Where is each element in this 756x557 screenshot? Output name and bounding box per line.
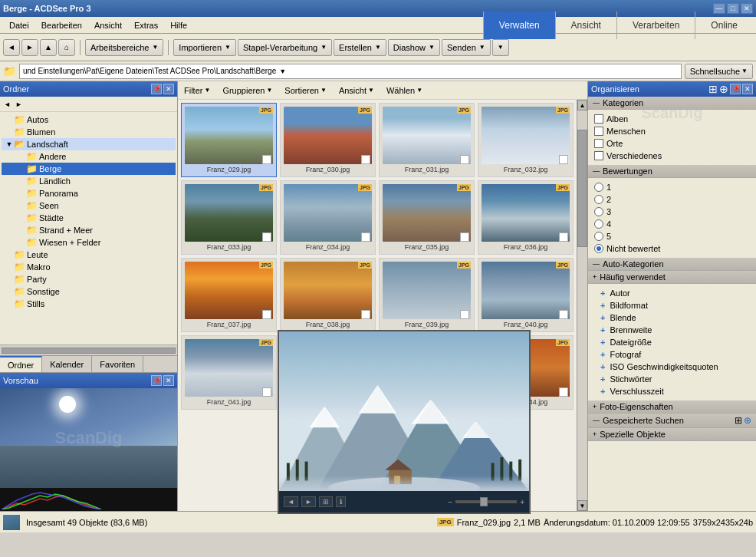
- org-item-orte[interactable]: Orte: [594, 137, 750, 150]
- thumb-franz-036[interactable]: JPG Franz_036.jpg: [478, 180, 574, 255]
- org-pin-btn[interactable]: 📌: [730, 84, 741, 94]
- stapel-dropdown[interactable]: Stapel-Verarbeitung ▼: [238, 39, 332, 56]
- tree-item-panorama[interactable]: 📁 Panorama: [2, 187, 176, 199]
- bewertungen-section-header[interactable]: — Bewertungen: [588, 165, 756, 178]
- preview-pin-btn[interactable]: 📌: [151, 375, 162, 386]
- tree-item-stadte[interactable]: 📁 Städte: [2, 212, 176, 224]
- org-icons-btn[interactable]: ⊞: [708, 83, 718, 95]
- radio-4[interactable]: [594, 219, 603, 229]
- gespeichert-section-header[interactable]: — Gespeicherte Suchen ⊞ ⊕: [588, 414, 756, 428]
- scroll-left-btn[interactable]: ◄: [2, 101, 13, 108]
- haufig-brennweite[interactable]: + Brennweite: [600, 324, 750, 336]
- gespeichert-icon-btn[interactable]: ⊞: [735, 415, 742, 426]
- bewertung-3[interactable]: 3: [594, 206, 750, 218]
- haufig-iso[interactable]: + ISO Geschwindigkeitsquoten: [600, 361, 750, 373]
- tab-verwalten[interactable]: Verwalten: [483, 12, 555, 39]
- tab-favoriten[interactable]: Favoriten: [92, 356, 143, 372]
- checkbox[interactable]: [361, 232, 370, 242]
- scroll-up-btn[interactable]: ▲: [577, 100, 587, 110]
- path-box[interactable]: und Einstellungen\Pat\Eigene Dateien\Tes…: [19, 64, 682, 79]
- org-item-alben[interactable]: Alben: [594, 113, 750, 125]
- tree-item-autos[interactable]: 📁 Autos: [2, 114, 176, 126]
- forward-button[interactable]: ►: [21, 39, 38, 56]
- preview-close-btn[interactable]: ✕: [163, 375, 174, 386]
- haufig-dateigrosse[interactable]: + Dateigröße: [600, 336, 750, 348]
- path-dropdown-icon[interactable]: ▼: [279, 68, 286, 75]
- checkbox[interactable]: [559, 155, 568, 164]
- haufig-blende[interactable]: + Blende: [600, 311, 750, 324]
- checkbox[interactable]: [559, 310, 568, 319]
- checkbox[interactable]: [361, 155, 370, 164]
- diashow-dropdown[interactable]: Diashow ▼: [388, 39, 440, 56]
- bewertung-1[interactable]: 1: [594, 181, 750, 193]
- checkbox[interactable]: [262, 155, 271, 164]
- scroll-right-btn[interactable]: ►: [13, 101, 25, 108]
- tree-item-stills[interactable]: 📁 Stills: [2, 298, 176, 310]
- menu-bearbeiten[interactable]: Bearbeiten: [35, 19, 88, 31]
- foto-section-header[interactable]: + Foto-Eigenschaften: [588, 400, 756, 414]
- tree-item-leute[interactable]: 📁 Leute: [2, 249, 176, 261]
- home-button[interactable]: ⌂: [58, 39, 75, 56]
- gruppieren-btn[interactable]: Gruppieren ▼: [219, 85, 275, 96]
- checkbox-menschen[interactable]: [594, 127, 603, 136]
- menu-ansicht[interactable]: Ansicht: [88, 19, 128, 31]
- tree-item-landlich[interactable]: 📁 Ländlich: [2, 175, 176, 187]
- zoom-thumb[interactable]: [480, 497, 488, 506]
- bewertung-5[interactable]: 5: [594, 230, 750, 242]
- checkbox[interactable]: [559, 232, 568, 242]
- checkbox[interactable]: [460, 155, 469, 164]
- tree-item-andere[interactable]: 📁 Andere: [2, 150, 176, 163]
- speziell-section-header[interactable]: + Spezielle Objekte: [588, 428, 756, 441]
- thumb-franz-040[interactable]: JPG Franz_040.jpg: [478, 258, 574, 332]
- radio-3[interactable]: [594, 207, 603, 216]
- tab-ordner[interactable]: Ordner: [0, 356, 42, 372]
- tree-item-blumen[interactable]: 📁 Blumen: [2, 126, 176, 138]
- overlay-icons-btn[interactable]: ⊞: [319, 496, 333, 507]
- thumb-franz-033[interactable]: JPG Franz_033.jpg: [181, 180, 277, 255]
- thumb-franz-030[interactable]: JPG Franz_030.jpg: [280, 103, 376, 177]
- tab-verarbeiten[interactable]: Verarbeiten: [616, 12, 695, 39]
- radio-5[interactable]: [594, 232, 603, 241]
- grid-scrollbar[interactable]: ▲ ▼: [577, 100, 587, 511]
- haufig-verschluss[interactable]: + Verschlusszeit: [600, 385, 750, 397]
- checkbox[interactable]: [262, 387, 271, 397]
- menu-hilfe[interactable]: Hilfe: [164, 19, 193, 31]
- haufig-autor[interactable]: + Autor: [600, 287, 750, 299]
- tree-item-strand[interactable]: 📁 Strand + Meer: [2, 224, 176, 236]
- checkbox[interactable]: [262, 232, 271, 242]
- pin-button[interactable]: 📌: [151, 84, 162, 94]
- scroll-down-btn[interactable]: ▼: [577, 500, 587, 511]
- org-close-btn[interactable]: ✕: [742, 84, 753, 94]
- autokat-section-header[interactable]: — Auto-Kategorien: [588, 258, 756, 271]
- thumb-franz-035[interactable]: JPG Franz_035.jpg: [379, 180, 475, 255]
- tab-kalender[interactable]: Kalender: [42, 356, 92, 372]
- checkbox[interactable]: [460, 310, 469, 319]
- menu-extras[interactable]: Extras: [128, 19, 164, 31]
- zoom-plus-icon[interactable]: +: [520, 498, 524, 506]
- panel-close-button[interactable]: ✕: [163, 84, 174, 94]
- thumb-franz-039[interactable]: JPG Franz_039.jpg: [379, 258, 475, 332]
- erstellen-dropdown[interactable]: Erstellen ▼: [334, 39, 386, 56]
- overlay-next-btn[interactable]: ►: [301, 496, 316, 507]
- more-dropdown[interactable]: ▼: [492, 39, 509, 56]
- radio-1[interactable]: [594, 183, 603, 192]
- overlay-info-btn[interactable]: ℹ: [336, 496, 346, 507]
- zoom-track[interactable]: [455, 500, 517, 503]
- org-item-menschen[interactable]: Menschen: [594, 125, 750, 137]
- checkbox[interactable]: [361, 310, 370, 319]
- tree-item-sonstige[interactable]: 📁 Sonstige: [2, 285, 176, 298]
- tab-online[interactable]: Online: [695, 12, 753, 39]
- org-item-verschiedenes[interactable]: Verschiedenes: [594, 150, 750, 162]
- filter-btn[interactable]: Filter ▼: [181, 85, 213, 96]
- quicksearch-btn[interactable]: Schnellsuche ▼: [685, 64, 753, 79]
- haufig-stichwort[interactable]: + Stichwörter: [600, 373, 750, 385]
- tree-item-makro[interactable]: 📁 Makro: [2, 261, 176, 273]
- bewertung-2[interactable]: 2: [594, 193, 750, 206]
- senden-dropdown[interactable]: Senden ▼: [442, 39, 491, 56]
- bewertung-4[interactable]: 4: [594, 218, 750, 230]
- radio-nicht[interactable]: [594, 244, 603, 253]
- sortieren-btn[interactable]: Sortieren ▼: [281, 85, 330, 96]
- checkbox-verschiedenes[interactable]: [594, 151, 603, 160]
- menu-datei[interactable]: Datei: [3, 19, 35, 31]
- tree-item-party[interactable]: 📁 Party: [2, 273, 176, 285]
